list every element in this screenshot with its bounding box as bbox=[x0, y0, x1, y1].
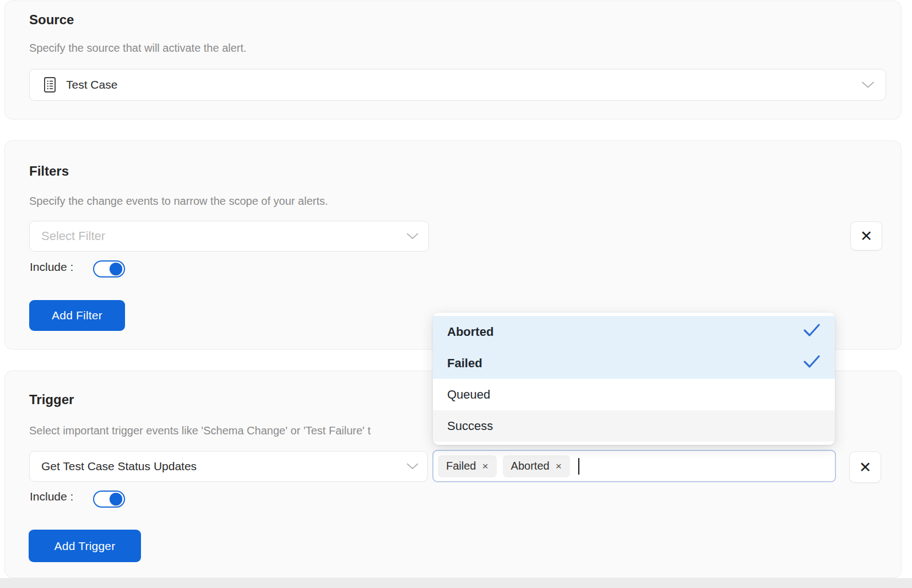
filter-select[interactable]: Select Filter bbox=[29, 221, 429, 252]
trigger-select[interactable]: Get Test Case Status Updates bbox=[29, 451, 428, 482]
text-caret bbox=[578, 458, 579, 475]
dropdown-option-aborted[interactable]: Aborted bbox=[433, 316, 835, 347]
trigger-remove-button[interactable]: ✕ bbox=[849, 451, 881, 483]
option-label: Queued bbox=[447, 388, 490, 402]
dropdown-option-failed[interactable]: Failed bbox=[433, 347, 835, 379]
tag-remove-icon[interactable]: × bbox=[482, 460, 488, 472]
alert-config-page: Source Specify the source that will acti… bbox=[0, 0, 912, 588]
add-filter-button-label: Add Filter bbox=[52, 309, 102, 322]
trigger-status-multiselect[interactable]: Failed × Aborted × bbox=[432, 450, 836, 482]
source-card: Source Specify the source that will acti… bbox=[4, 1, 902, 119]
add-trigger-button[interactable]: Add Trigger bbox=[29, 530, 141, 562]
close-icon: ✕ bbox=[860, 227, 873, 245]
chevron-down-icon bbox=[861, 81, 875, 88]
trigger-include-toggle[interactable] bbox=[93, 491, 125, 508]
selected-tag: Aborted × bbox=[503, 455, 570, 477]
filters-description: Specify the change events to narrow the … bbox=[29, 195, 328, 208]
filter-include-toggle[interactable] bbox=[93, 260, 125, 277]
trigger-description: Select important trigger events like 'Sc… bbox=[29, 424, 371, 437]
document-icon bbox=[42, 77, 57, 93]
dropdown-option-queued[interactable]: Queued bbox=[433, 379, 835, 410]
check-icon bbox=[803, 355, 821, 372]
option-label: Aborted bbox=[447, 325, 493, 339]
chevron-down-icon bbox=[406, 464, 419, 470]
close-icon: ✕ bbox=[859, 459, 872, 476]
option-label: Success bbox=[447, 419, 493, 433]
filter-include-row: Include : bbox=[30, 258, 73, 276]
source-title: Source bbox=[29, 12, 74, 28]
trigger-title: Trigger bbox=[29, 392, 74, 407]
tag-label: Failed bbox=[446, 460, 476, 472]
trigger-select-value: Get Test Case Status Updates bbox=[41, 460, 197, 473]
status-dropdown-menu: Aborted Failed Queued Success bbox=[433, 313, 835, 445]
filter-select-placeholder: Select Filter bbox=[41, 229, 105, 243]
chevron-down-icon bbox=[406, 233, 419, 239]
source-select[interactable]: Test Case bbox=[29, 69, 886, 101]
toggle-knob bbox=[110, 493, 122, 505]
filter-include-label: Include : bbox=[30, 260, 73, 274]
source-select-value: Test Case bbox=[66, 78, 117, 91]
tag-label: Aborted bbox=[511, 460, 550, 472]
toggle-knob bbox=[110, 263, 122, 275]
filters-title: Filters bbox=[29, 164, 69, 179]
tag-remove-icon[interactable]: × bbox=[556, 460, 562, 472]
add-trigger-button-label: Add Trigger bbox=[55, 540, 116, 553]
selected-tag: Failed × bbox=[438, 455, 497, 477]
page-bottom-edge bbox=[0, 578, 912, 588]
check-icon bbox=[803, 323, 821, 341]
source-description: Specify the source that will activate th… bbox=[29, 42, 247, 55]
trigger-include-row: Include : bbox=[30, 488, 73, 505]
trigger-include-label: Include : bbox=[30, 490, 73, 503]
add-filter-button[interactable]: Add Filter bbox=[29, 300, 125, 331]
option-label: Failed bbox=[447, 356, 482, 371]
dropdown-option-success[interactable]: Success bbox=[433, 410, 835, 442]
filter-remove-button[interactable]: ✕ bbox=[850, 221, 882, 251]
